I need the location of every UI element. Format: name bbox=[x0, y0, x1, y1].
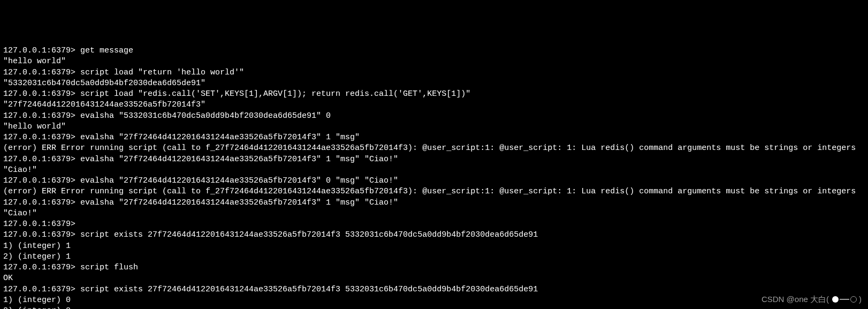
terminal-line: 127.0.0.1:6379> script exists 27f72464d4… bbox=[3, 284, 865, 295]
terminal-line: 1) (integer) 0 bbox=[3, 295, 865, 306]
terminal-line: (error) ERR Error running script (call t… bbox=[3, 143, 865, 154]
terminal-line: 127.0.0.1:6379> evalsha "27f72464d412201… bbox=[3, 176, 865, 186]
terminal-line: 127.0.0.1:6379> script load "redis.call(… bbox=[3, 89, 865, 100]
watermark: CSDN @one 大白( ) bbox=[762, 294, 862, 305]
toggle-knob-right-icon bbox=[850, 296, 857, 303]
terminal-line: 127.0.0.1:6379> evalsha "5332031c6b470dc… bbox=[3, 111, 865, 122]
terminal-line: 127.0.0.1:6379> evalsha "27f72464d412201… bbox=[3, 154, 865, 165]
terminal-line: 127.0.0.1:6379> get message bbox=[3, 46, 865, 56]
terminal-line: 127.0.0.1:6379> bbox=[3, 219, 865, 230]
terminal-line: 127.0.0.1:6379> evalsha "27f72464d412201… bbox=[3, 132, 865, 143]
terminal-line: 127.0.0.1:6379> evalsha "27f72464d412201… bbox=[3, 198, 865, 208]
terminal-line: "Ciao!" bbox=[3, 165, 865, 176]
terminal-line: "27f72464d4122016431244ae33526a5fb72014f… bbox=[3, 100, 865, 110]
toggle-knob-left-icon bbox=[832, 296, 839, 303]
terminal-line: 127.0.0.1:6379> script flush bbox=[3, 262, 865, 273]
terminal-line: 127.0.0.1:6379> script exists 27f72464d4… bbox=[3, 230, 865, 240]
terminal-line: "5332031c6b470dc5a0dd9b4bf2030dea6d65de9… bbox=[3, 78, 865, 89]
toggle-track-icon bbox=[840, 299, 849, 300]
watermark-close-paren: ) bbox=[859, 294, 862, 305]
terminal-line: 2) (integer) 0 bbox=[3, 306, 865, 309]
terminal-line: 127.0.0.1:6379> script load "return 'hel… bbox=[3, 67, 865, 78]
watermark-text: CSDN @one 大白( bbox=[762, 294, 829, 305]
terminal-line: (error) ERR Error running script (call t… bbox=[3, 186, 865, 197]
toggle-icon bbox=[832, 296, 857, 303]
terminal-line: OK bbox=[3, 273, 865, 284]
terminal-line: "hello world" bbox=[3, 122, 865, 132]
terminal-line: 2) (integer) 1 bbox=[3, 252, 865, 262]
terminal-line: 1) (integer) 1 bbox=[3, 241, 865, 252]
terminal-output[interactable]: 127.0.0.1:6379> get message"hello world"… bbox=[3, 46, 865, 309]
terminal-line: "Ciao!" bbox=[3, 208, 865, 219]
terminal-line: "hello world" bbox=[3, 56, 865, 67]
